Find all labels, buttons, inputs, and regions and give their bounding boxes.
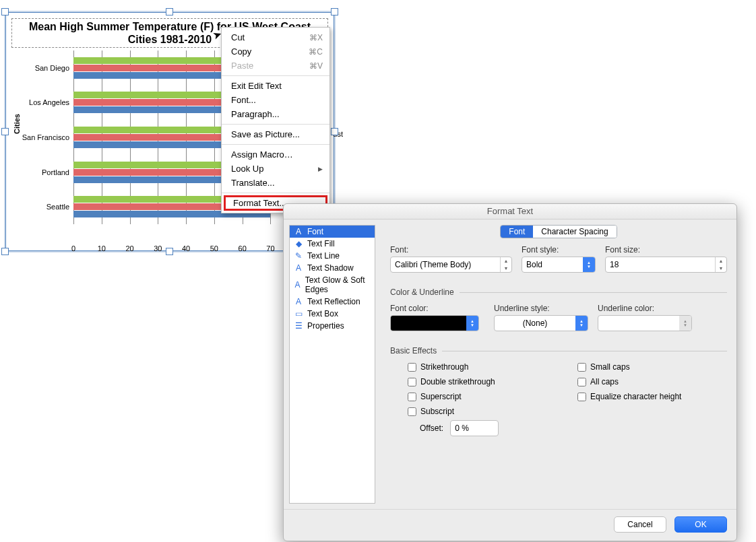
x-tick-label: 0 — [71, 244, 75, 252]
color-swatch-icon — [391, 316, 466, 331]
menu-copy[interactable]: Copy⌘C — [222, 44, 329, 59]
shadow-icon: A — [294, 263, 303, 273]
reflection-icon: A — [294, 297, 303, 306]
sidebar-item-text-box[interactable]: ▭Text Box — [290, 308, 375, 320]
font-name-input[interactable] — [391, 257, 500, 272]
glow-icon: A — [294, 280, 301, 290]
tab-font[interactable]: Font — [501, 226, 533, 238]
sidebar-item-text-shadow[interactable]: AText Shadow — [290, 262, 375, 274]
offset-input[interactable] — [451, 421, 499, 436]
format-text-dialog: Format Text AFont ◆Text Fill ✎Text Line … — [283, 203, 737, 541]
font-size-stepper[interactable]: ▲▼ — [715, 257, 726, 272]
checkbox-double-strikethrough[interactable]: Double strikethrough — [408, 377, 557, 386]
menu-paragraph[interactable]: Paragraph... — [222, 107, 329, 121]
resize-handle[interactable] — [1, 128, 9, 135]
cancel-button[interactable]: Cancel — [614, 516, 666, 533]
sidebar-item-text-fill[interactable]: ◆Text Fill — [290, 238, 375, 250]
section-color-underline: Color & Underline — [390, 287, 727, 297]
resize-handle[interactable] — [166, 8, 173, 15]
font-name-combo[interactable]: ▲▼ — [390, 257, 512, 273]
category-label: Portland — [42, 168, 69, 176]
menu-exit-edit-text[interactable]: Exit Edit Text — [222, 79, 329, 93]
resize-handle[interactable] — [331, 128, 338, 135]
font-color-picker[interactable]: ▲▼ — [390, 315, 479, 331]
x-tick-label: 50 — [210, 244, 218, 252]
chevron-updown-icon: ▲▼ — [575, 316, 588, 331]
checkbox-equalize-height[interactable]: Equalize character height — [577, 392, 727, 401]
fill-icon: ◆ — [294, 239, 303, 248]
label-font-color: Font color: — [390, 304, 484, 313]
label-underline-style: Underline style: — [494, 304, 588, 313]
chevron-updown-icon: ▲▼ — [583, 257, 595, 272]
resize-handle[interactable] — [1, 248, 9, 255]
category-label: San Diego — [35, 64, 69, 72]
x-tick-label: 40 — [182, 244, 190, 252]
menu-assign-macro[interactable]: Assign Macro… — [222, 147, 329, 162]
menu-font[interactable]: Font... — [222, 93, 329, 107]
context-menu: Cut⌘X Copy⌘C Paste⌘V Exit Edit Text Font… — [221, 27, 330, 213]
font-icon: A — [294, 227, 303, 236]
chevron-updown-icon: ▲▼ — [679, 316, 691, 331]
dialog-tabs: Font Character Spacing — [500, 225, 617, 238]
checkbox-small-caps[interactable]: Small caps — [577, 362, 727, 372]
category-label: San Francisco — [22, 133, 69, 141]
resize-handle[interactable] — [331, 8, 338, 15]
section-basic-effects: Basic Effects — [390, 346, 727, 355]
label-offset: Offset: — [420, 424, 443, 433]
label-font-style: Font style: — [522, 245, 596, 255]
properties-icon: ☰ — [294, 321, 303, 331]
menu-paste: Paste⌘V — [222, 59, 329, 73]
font-size-input[interactable] — [606, 257, 715, 272]
textbox-icon: ▭ — [294, 309, 303, 318]
line-icon: ✎ — [294, 251, 303, 261]
sidebar-item-text-glow[interactable]: AText Glow & Soft Edges — [290, 274, 375, 296]
font-name-stepper[interactable]: ▲▼ — [500, 257, 511, 272]
x-tick-label: 20 — [125, 244, 133, 252]
sidebar-item-font[interactable]: AFont — [290, 226, 375, 238]
x-tick-label: 30 — [154, 244, 162, 252]
menu-look-up[interactable]: Look Up — [222, 162, 329, 176]
y-axis-label: Cities — [10, 13, 24, 234]
x-tick-label: 10 — [98, 244, 106, 252]
checkbox-superscript[interactable]: Superscript — [408, 392, 557, 401]
x-tick-label: 70 — [266, 244, 274, 252]
sidebar-item-text-line[interactable]: ✎Text Line — [290, 250, 375, 262]
resize-handle[interactable] — [166, 248, 173, 255]
label-font: Font: — [390, 245, 512, 255]
menu-save-as-picture[interactable]: Save as Picture... — [222, 127, 329, 141]
checkbox-all-caps[interactable]: All caps — [577, 377, 727, 386]
tab-character-spacing[interactable]: Character Spacing — [533, 226, 616, 238]
dialog-title: Format Text — [284, 204, 736, 219]
underline-color-select[interactable]: ▲▼ — [598, 315, 692, 331]
resize-handle[interactable] — [1, 8, 9, 15]
font-style-select[interactable]: Bold ▲▼ — [522, 257, 596, 273]
x-tick-label: 60 — [239, 244, 247, 252]
category-label: Seattle — [46, 203, 69, 211]
offset-input-combo[interactable]: ▲▼ — [450, 420, 499, 436]
chevron-updown-icon: ▲▼ — [466, 316, 478, 331]
checkbox-subscript[interactable]: Subscript — [408, 407, 557, 416]
dialog-sidebar: AFont ◆Text Fill ✎Text Line AText Shadow… — [289, 225, 375, 504]
label-underline-color: Underline color: — [598, 304, 692, 313]
underline-style-select[interactable]: (None) ▲▼ — [494, 315, 588, 331]
checkbox-strikethrough[interactable]: Strikethrough — [408, 362, 557, 372]
category-label: Los Angeles — [29, 98, 69, 106]
menu-cut[interactable]: Cut⌘X — [222, 30, 329, 44]
font-size-combo[interactable]: ▲▼ — [605, 257, 727, 273]
label-font-size: Font size: — [605, 245, 727, 255]
ok-button[interactable]: OK — [674, 516, 727, 533]
menu-translate[interactable]: Translate... — [222, 176, 329, 190]
sidebar-item-text-reflection[interactable]: AText Reflection — [290, 296, 375, 308]
sidebar-item-properties[interactable]: ☰Properties — [290, 320, 375, 332]
